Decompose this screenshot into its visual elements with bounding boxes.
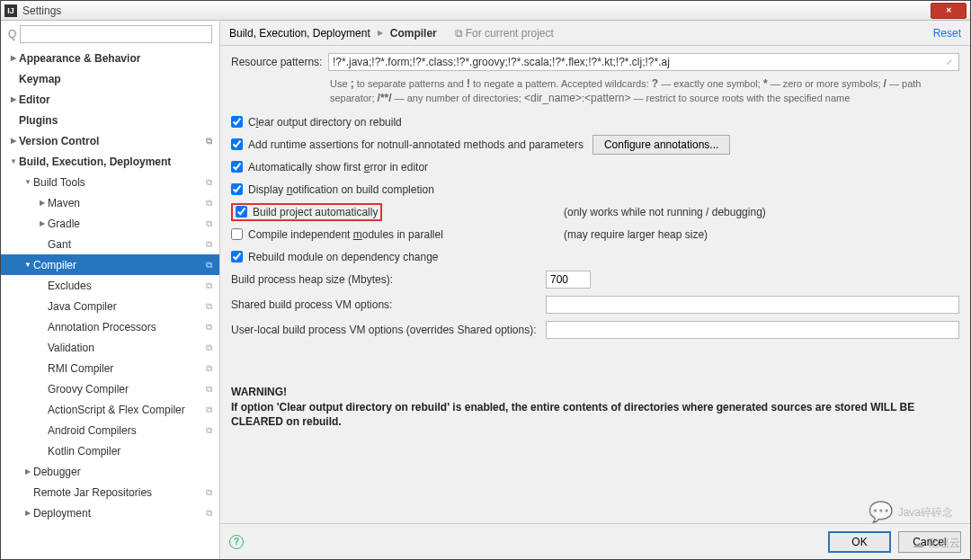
- copy-icon: ⧉: [206, 260, 212, 271]
- titlebar: IJ Settings ✕: [1, 1, 970, 21]
- resource-patterns-input[interactable]: !?*.java;!?*.form;!?*.class;!?*.groovy;!…: [328, 53, 959, 71]
- compile-independent-note: (may require larger heap size): [564, 228, 959, 241]
- cancel-button[interactable]: Cancel: [898, 531, 961, 553]
- content: Build, Execution, Deployment ▶ Compiler …: [220, 21, 970, 559]
- shared-vm-label: Shared build process VM options:: [231, 298, 546, 311]
- warning-title: WARNING!: [231, 385, 959, 399]
- shared-vm-input[interactable]: [546, 296, 959, 314]
- heap-input[interactable]: [546, 271, 591, 289]
- compile-independent-row: Compile independent modules in parallel …: [231, 225, 959, 244]
- resource-patterns-row: Resource patterns: !?*.java;!?*.form;!?*…: [231, 53, 959, 71]
- tree-maven[interactable]: ▶Maven⧉: [1, 192, 219, 213]
- copy-icon: ⧉: [206, 239, 212, 250]
- copy-icon: ⧉: [206, 198, 212, 209]
- tree-kotlin[interactable]: Kotlin Compiler: [1, 440, 219, 461]
- copy-icon: ⧉: [206, 218, 212, 229]
- reset-link[interactable]: Reset: [933, 27, 961, 40]
- tree-editor[interactable]: ▶Editor: [1, 89, 219, 110]
- tree-gradle[interactable]: ▶Gradle⧉: [1, 213, 219, 234]
- shared-vm-row: Shared build process VM options:: [231, 295, 959, 315]
- close-button[interactable]: ✕: [931, 3, 967, 19]
- display-notif-row: Display notification on build completion: [231, 180, 959, 199]
- rebuild-module-checkbox[interactable]: [231, 251, 243, 262]
- tree-android[interactable]: Android Compilers⧉: [1, 420, 219, 440]
- settings-window: IJ Settings ✕ Q ▶Appearance & Behavior K…: [0, 0, 971, 560]
- expand-icon[interactable]: ⤢: [944, 58, 955, 67]
- display-notif-label: Display notification on build completion: [248, 183, 434, 196]
- user-vm-input[interactable]: [546, 321, 959, 339]
- clear-output-row: Clear output directory on rebuild: [231, 112, 959, 131]
- user-vm-row: User-local build process VM options (ove…: [231, 320, 959, 340]
- display-notif-checkbox[interactable]: [231, 183, 243, 195]
- tree-validation[interactable]: Validation⧉: [1, 337, 219, 358]
- auto-first-error-row: Automatically show first error in editor: [231, 157, 959, 176]
- app-icon: IJ: [4, 4, 17, 17]
- breadcrumb-hint: ⧉For current project: [455, 27, 554, 40]
- search-input[interactable]: [20, 25, 212, 43]
- tree-rmi[interactable]: RMI Compiler⧉: [1, 358, 219, 378]
- compile-independent-label: Compile independent modules in parallel: [248, 228, 443, 241]
- help-icon[interactable]: ?: [229, 535, 244, 549]
- ok-button[interactable]: OK: [828, 531, 891, 553]
- tree-as-flex[interactable]: ActionScript & Flex Compiler⧉: [1, 399, 219, 420]
- tree-build-tools[interactable]: ▼Build Tools⧉: [1, 172, 219, 192]
- copy-icon: ⧉: [206, 363, 212, 374]
- tree-vcs[interactable]: ▶Version Control⧉: [1, 130, 219, 151]
- clear-output-checkbox[interactable]: [231, 116, 243, 128]
- build-auto-label: Build project automatically: [253, 206, 378, 218]
- copy-icon: ⧉: [206, 425, 212, 436]
- build-auto-row: Build project automatically (only works …: [231, 202, 959, 221]
- copy-icon: ⧉: [206, 487, 212, 498]
- breadcrumb-parent[interactable]: Build, Execution, Deployment: [229, 27, 370, 40]
- copy-icon: ⧉: [206, 136, 212, 147]
- warning-text: If option 'Clear output directory on reb…: [231, 400, 959, 429]
- tree-remote-jar[interactable]: Remote Jar Repositories⧉: [1, 482, 219, 502]
- add-runtime-label: Add runtime assertions for notnull-annot…: [248, 138, 583, 151]
- warning-block: WARNING! If option 'Clear output directo…: [231, 385, 959, 429]
- compile-independent-checkbox[interactable]: [231, 228, 243, 240]
- copy-icon: ⧉: [206, 384, 212, 395]
- auto-first-error-checkbox[interactable]: [231, 161, 243, 173]
- tree-excludes[interactable]: Excludes⧉: [1, 275, 219, 296]
- copy-icon: ⧉: [206, 342, 212, 353]
- search-icon: Q: [8, 28, 16, 40]
- copy-icon: ⧉: [206, 508, 212, 519]
- tree-groovy[interactable]: Groovy Compiler⧉: [1, 378, 219, 399]
- tree-keymap[interactable]: Keymap: [1, 68, 219, 89]
- body: Q ▶Appearance & Behavior Keymap ▶Editor …: [1, 21, 970, 559]
- tree-plugins[interactable]: Plugins: [1, 110, 219, 130]
- auto-first-error-label: Automatically show first error in editor: [248, 161, 428, 173]
- content-header: Build, Execution, Deployment ▶ Compiler …: [220, 21, 970, 46]
- copy-icon: ⧉: [206, 301, 212, 312]
- tree-compiler[interactable]: ▼Compiler⧉: [1, 254, 219, 275]
- heap-label: Build process heap size (Mbytes):: [231, 273, 546, 286]
- tree-debugger[interactable]: ▶Debugger: [1, 461, 219, 482]
- build-auto-checkbox[interactable]: [236, 206, 247, 218]
- rebuild-module-row: Rebuild module on dependency change: [231, 247, 959, 266]
- copy-icon: ⧉: [206, 404, 212, 415]
- copy-icon: ⧉: [206, 177, 212, 188]
- add-runtime-row: Add runtime assertions for notnull-annot…: [231, 135, 959, 154]
- copy-icon: ⧉: [455, 27, 463, 40]
- add-runtime-checkbox[interactable]: [231, 138, 243, 150]
- heap-row: Build process heap size (Mbytes):: [231, 270, 959, 289]
- breadcrumb-current: Compiler: [390, 27, 437, 40]
- tree-appearance[interactable]: ▶Appearance & Behavior: [1, 48, 219, 68]
- tree-java-compiler[interactable]: Java Compiler⧉: [1, 296, 219, 316]
- tree-deployment[interactable]: ▶Deployment⧉: [1, 502, 219, 523]
- settings-pane: Resource patterns: !?*.java;!?*.form;!?*…: [220, 46, 970, 523]
- resource-patterns-label: Resource patterns:: [231, 56, 323, 68]
- copy-icon: ⧉: [206, 280, 212, 291]
- settings-tree: ▶Appearance & Behavior Keymap ▶Editor Pl…: [1, 48, 219, 559]
- configure-annotations-button[interactable]: Configure annotations...: [592, 135, 730, 155]
- copy-icon: ⧉: [206, 322, 212, 333]
- sidebar: Q ▶Appearance & Behavior Keymap ▶Editor …: [1, 21, 220, 559]
- tree-annotation[interactable]: Annotation Processors⧉: [1, 316, 219, 337]
- tree-bed[interactable]: ▼Build, Execution, Deployment: [1, 151, 219, 172]
- tree-gant[interactable]: Gant⧉: [1, 234, 219, 254]
- rebuild-module-label: Rebuild module on dependency change: [248, 251, 439, 263]
- window-title: Settings: [22, 4, 931, 17]
- highlight-box: Build project automatically: [231, 203, 382, 221]
- breadcrumb-separator: ▶: [378, 29, 383, 37]
- build-auto-note: (only works while not running / debuggin…: [564, 206, 959, 218]
